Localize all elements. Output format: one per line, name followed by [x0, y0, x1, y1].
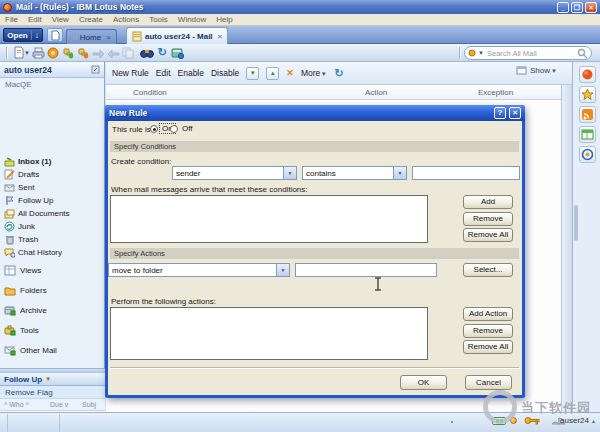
select-folder-button[interactable]: Select... [463, 263, 513, 277]
condition-field-dropdown-icon[interactable]: ▼ [283, 167, 296, 179]
favorites-star-icon[interactable] [579, 86, 596, 103]
current-user-status[interactable]: auser24 ▴ [560, 416, 595, 425]
menu-actions[interactable]: Actions [113, 15, 139, 24]
operator-select[interactable]: contains ▼ [302, 166, 407, 180]
widgets-icon[interactable] [579, 126, 596, 143]
sidebar-item-follow-up[interactable]: Follow Up [0, 194, 105, 207]
dialog-title-bar[interactable]: New Rule ? × [105, 105, 525, 121]
column-due[interactable]: Due v [50, 401, 82, 408]
conditions-list[interactable] [110, 195, 428, 243]
search-scope-icon[interactable] [468, 48, 478, 58]
remove-all-button[interactable]: Remove All [463, 228, 513, 242]
edit-button[interactable]: Edit [156, 68, 171, 78]
enable-button[interactable]: Enable [178, 68, 204, 78]
menu-view[interactable]: View [52, 15, 69, 24]
radio-off-label[interactable]: Off [180, 124, 195, 133]
remove-flag-action[interactable]: Remove Flag [0, 386, 105, 399]
move-down-icon[interactable]: ▼ [246, 67, 259, 80]
rule-off-option[interactable]: Off [170, 124, 195, 133]
sidebar-item-archive[interactable]: Archive [0, 302, 105, 318]
menu-file[interactable]: File [5, 15, 18, 24]
remove-action-button[interactable]: Remove [463, 324, 513, 338]
add-button[interactable]: Add [463, 195, 513, 209]
followup-panel-header[interactable]: Follow Up ▼ [0, 373, 105, 386]
search-box[interactable]: ▼ [464, 46, 592, 60]
discover-icon[interactable] [170, 46, 185, 60]
maximize-button[interactable]: ❐ [571, 2, 583, 13]
tab-home[interactable]: ⌂ Home × [66, 29, 117, 44]
more-button[interactable]: More ▼ [301, 68, 328, 78]
view-refresh-icon[interactable]: ↻ [335, 67, 344, 80]
encrypt-icon[interactable] [61, 46, 76, 60]
operator-dropdown-icon[interactable]: ▼ [393, 167, 406, 179]
column-exception[interactable]: Exception [478, 88, 513, 97]
search-input[interactable] [487, 49, 575, 58]
condition-field-select[interactable]: sender ▼ [172, 166, 297, 180]
activities-icon[interactable] [579, 146, 596, 163]
menu-edit[interactable]: Edit [28, 15, 42, 24]
column-who[interactable]: ^ Who ^ [0, 401, 50, 408]
action-dropdown-icon[interactable]: ▼ [276, 264, 289, 276]
sidebar-scroll-thumb[interactable] [574, 205, 578, 241]
toolbar-grip[interactable] [6, 47, 8, 59]
search-scope-dropdown-icon[interactable]: ▼ [478, 50, 484, 56]
permanent-pen-icon[interactable] [46, 46, 61, 60]
search-binoculars-icon[interactable] [140, 46, 155, 60]
remove-button[interactable]: Remove [463, 212, 513, 226]
sign-icon[interactable] [76, 46, 91, 60]
remove-all-actions-button[interactable]: Remove All [463, 340, 513, 354]
network-indicator-icon[interactable] [492, 417, 506, 425]
disable-button[interactable]: Disable [211, 68, 239, 78]
delete-icon[interactable]: ✕ [286, 68, 294, 78]
sidebar-item-trash[interactable]: Trash [0, 233, 105, 246]
column-subj[interactable]: Subj [82, 401, 96, 408]
alarm-indicator-icon[interactable] [510, 417, 517, 424]
show-button[interactable]: Show ▼ [516, 66, 558, 75]
new-rule-button[interactable]: New Rule [112, 68, 149, 78]
ok-button[interactable]: OK [400, 375, 447, 390]
sidebar-item-chat-history[interactable]: Chat History [0, 246, 105, 259]
condition-value-input[interactable] [412, 166, 520, 180]
menu-tools[interactable]: Tools [149, 15, 168, 24]
action-select[interactable]: move to folder ▼ [108, 263, 290, 277]
dialog-help-icon[interactable]: ? [494, 107, 506, 119]
sametime-contacts-icon[interactable] [579, 66, 596, 83]
security-key-icon[interactable] [524, 415, 540, 426]
feeds-icon[interactable] [579, 106, 596, 123]
sidebar-item-views[interactable]: Views [0, 262, 105, 278]
column-condition[interactable]: Condition [133, 88, 167, 97]
sidebar-item-inbox[interactable]: Inbox (1) [0, 155, 105, 168]
open-button[interactable]: Open ↓ [3, 28, 43, 42]
dialog-close-icon[interactable]: × [509, 107, 521, 119]
sidebar-item-all-documents[interactable]: All Documents [0, 207, 105, 220]
column-action[interactable]: Action [365, 88, 387, 97]
radio-off[interactable] [170, 125, 178, 133]
refresh-icon[interactable]: ↻ [155, 46, 170, 60]
tab-home-close-icon[interactable]: × [106, 33, 111, 42]
action-folder-input[interactable] [295, 263, 437, 277]
minimize-button[interactable]: _ [557, 2, 569, 13]
new-tab-button[interactable] [47, 28, 63, 42]
view-vertical-scrollbar[interactable] [561, 85, 572, 412]
radio-on[interactable] [150, 125, 158, 133]
tab-mail[interactable]: auto user24 - Mail × [126, 27, 228, 44]
sidebar-item-drafts[interactable]: Drafts [0, 168, 105, 181]
actions-list[interactable] [110, 307, 428, 360]
sidebar-item-other-mail[interactable]: Other Mail [0, 342, 105, 358]
search-icon[interactable] [577, 48, 588, 59]
sidebar-item-tools[interactable]: Tools [0, 322, 105, 338]
sidebar-item-sent[interactable]: Sent [0, 181, 105, 194]
tab-mail-close-icon[interactable]: × [218, 32, 223, 41]
new-document-dropdown-icon[interactable]: ▼ [24, 50, 30, 56]
close-button[interactable]: × [585, 2, 597, 13]
move-up-icon[interactable]: ▲ [266, 67, 279, 80]
menu-help[interactable]: Help [216, 15, 232, 24]
menu-window[interactable]: Window [178, 15, 206, 24]
open-dropdown-icon[interactable]: ↓ [35, 31, 39, 40]
menu-create[interactable]: Create [79, 15, 103, 24]
panel-collapse-icon[interactable] [91, 65, 100, 74]
sidebar-item-junk[interactable]: Junk [0, 220, 105, 233]
add-action-button[interactable]: Add Action [463, 307, 513, 321]
cancel-button[interactable]: Cancel [465, 375, 512, 390]
followup-dropdown-icon[interactable]: ▼ [45, 376, 51, 382]
